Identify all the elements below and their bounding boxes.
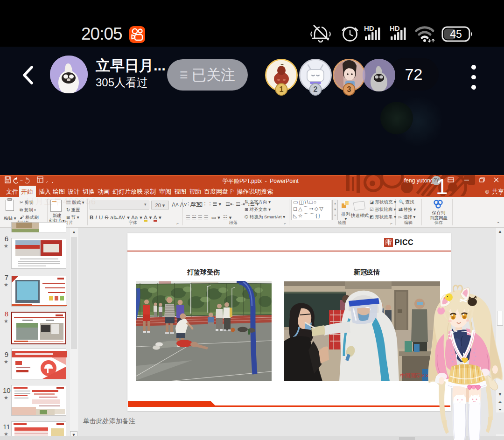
svg-text:中国国际✕✕: 中国国际✕✕ [400,373,429,378]
svg-text:HD: HD [390,24,400,32]
svg-text:HD: HD [364,24,374,32]
svg-text:45: 45 [450,28,462,40]
